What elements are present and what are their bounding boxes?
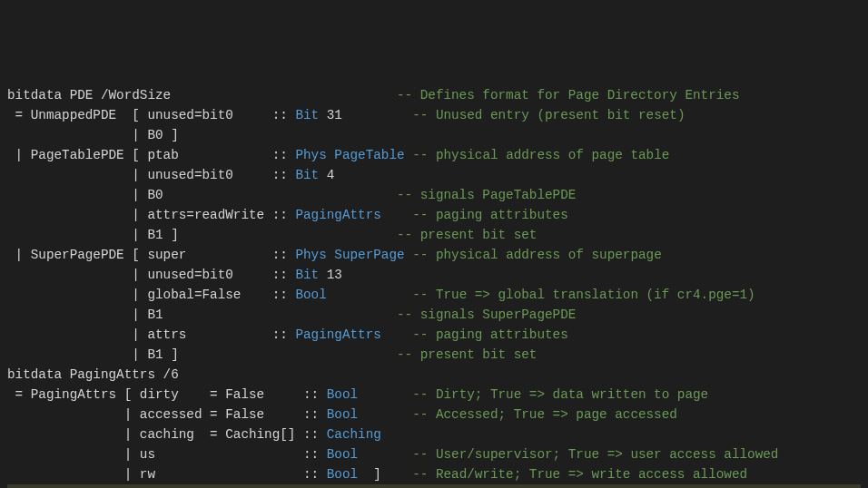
code-text: 4 xyxy=(319,168,334,182)
code-text xyxy=(327,288,412,302)
comment-text: -- Dirty; True => data written to page xyxy=(412,387,708,402)
code-text xyxy=(358,407,412,422)
comment-text: -- present bit set xyxy=(397,347,537,362)
code-line: | B1 ] -- present bit set xyxy=(7,225,861,245)
type-keyword: Bit xyxy=(295,268,319,282)
code-text: | B0 ] xyxy=(7,128,179,142)
code-text: | attrs=readWrite :: xyxy=(7,208,295,222)
code-text: = UnmappedPDE [ unused=bit0 :: xyxy=(7,108,295,122)
code-line: | attrs :: PagingAttrs -- paging attribu… xyxy=(7,325,861,345)
code-line: = PagingAttrs [ dirty = False :: Bool --… xyxy=(7,385,861,405)
code-text: | B0 xyxy=(7,188,397,202)
comment-text: -- present bit set xyxy=(397,228,537,242)
comment-text: -- User/supervisor; True => user access … xyxy=(412,447,778,462)
comment-text: -- physical address of page table xyxy=(412,148,669,162)
code-text: = PagingAttrs [ dirty = False :: xyxy=(7,387,327,402)
comment-text: -- signals SuperPagePDE xyxy=(397,307,576,322)
code-line: | global=False :: Bool -- True => global… xyxy=(7,285,861,305)
code-text: | us :: xyxy=(7,447,327,462)
code-text xyxy=(381,327,412,342)
type-keyword: Bit xyxy=(295,168,319,182)
code-text: | accessed = False :: xyxy=(7,407,327,422)
code-line: | B0 -- signals PageTablePDE xyxy=(7,185,861,205)
code-text: | SuperPagePDE [ super :: xyxy=(7,248,295,262)
code-line: | PageTablePDE [ ptab :: Phys PageTable … xyxy=(7,145,861,165)
code-line: | us :: Bool -- User/supervisor; True =>… xyxy=(7,444,861,464)
comment-text: -- physical address of superpage xyxy=(412,248,662,262)
code-text: bitdata PDE /WordSize xyxy=(7,88,397,102)
type-keyword: PagingAttrs xyxy=(295,327,380,342)
code-line: bitdata PagingAttrs /6 xyxy=(7,365,861,385)
comment-text: -- Read/write; True => write access allo… xyxy=(412,467,747,482)
code-text: bitdata PagingAttrs /6 xyxy=(7,367,179,382)
code-line: | unused=bit0 :: Bit 13 xyxy=(7,265,861,285)
code-text: | B1 ] xyxy=(7,347,397,362)
code-block: bitdata PDE /WordSize -- Defines format … xyxy=(7,85,861,488)
code-text: | attrs :: xyxy=(7,327,295,342)
code-text: | global=False :: xyxy=(7,288,295,302)
code-text: | B1 ] xyxy=(7,228,397,242)
code-line: bitdata Caching /2 -- pwt=True => page-l… xyxy=(7,484,861,488)
type-keyword: Phys PageTable xyxy=(295,148,404,162)
code-line: | B1 ] -- present bit set xyxy=(7,345,861,365)
comment-text: -- signals PageTablePDE xyxy=(397,188,576,202)
type-keyword: Bool xyxy=(327,387,358,402)
code-text: | PageTablePDE [ ptab :: xyxy=(7,148,295,162)
type-keyword: Bool xyxy=(327,407,358,422)
code-text xyxy=(358,387,412,402)
type-keyword: Caching xyxy=(327,427,381,442)
code-text: | unused=bit0 :: xyxy=(7,168,295,182)
code-text xyxy=(405,248,413,262)
code-line: | SuperPagePDE [ super :: Phys SuperPage… xyxy=(7,245,861,265)
type-keyword: Bool xyxy=(327,447,358,462)
code-line: bitdata PDE /WordSize -- Defines format … xyxy=(7,85,861,105)
code-text xyxy=(381,208,412,222)
code-line: | accessed = False :: Bool -- Accessed; … xyxy=(7,405,861,425)
code-line: | B0 ] xyxy=(7,125,861,145)
code-line: | unused=bit0 :: Bit 4 xyxy=(7,165,861,185)
code-text xyxy=(405,148,413,162)
code-line: = UnmappedPDE [ unused=bit0 :: Bit 31 --… xyxy=(7,105,861,125)
code-line: | attrs=readWrite :: PagingAttrs -- pagi… xyxy=(7,205,861,225)
comment-text: -- Accessed; True => page accessed xyxy=(412,407,677,422)
code-text: 31 xyxy=(319,108,412,122)
code-line: | caching = Caching[] :: Caching xyxy=(7,425,861,444)
type-keyword: Bit xyxy=(295,108,319,122)
comment-text: -- Unused entry (present bit reset) xyxy=(412,108,685,122)
type-keyword: Bool xyxy=(327,467,358,482)
type-keyword: PagingAttrs xyxy=(295,208,380,222)
code-text: | caching = Caching[] :: xyxy=(7,427,327,442)
type-keyword: Phys SuperPage xyxy=(295,248,404,262)
comment-text: -- True => global translation (if cr4.pg… xyxy=(412,288,755,302)
comment-text: -- paging attributes xyxy=(412,327,568,342)
code-line: | B1 -- signals SuperPagePDE xyxy=(7,305,861,325)
comment-text: -- paging attributes xyxy=(412,208,568,222)
comment-text: -- Defines format for Page Directory Ent… xyxy=(397,88,740,102)
code-text: | rw :: xyxy=(7,467,327,482)
code-text xyxy=(358,447,412,462)
code-text: | unused=bit0 :: xyxy=(7,268,295,282)
code-text: | B1 xyxy=(7,307,397,322)
code-text: ] xyxy=(358,467,412,482)
type-keyword: Bool xyxy=(295,288,326,302)
code-text: 13 xyxy=(319,268,342,282)
code-line: | rw :: Bool ] -- Read/write; True => wr… xyxy=(7,464,861,484)
